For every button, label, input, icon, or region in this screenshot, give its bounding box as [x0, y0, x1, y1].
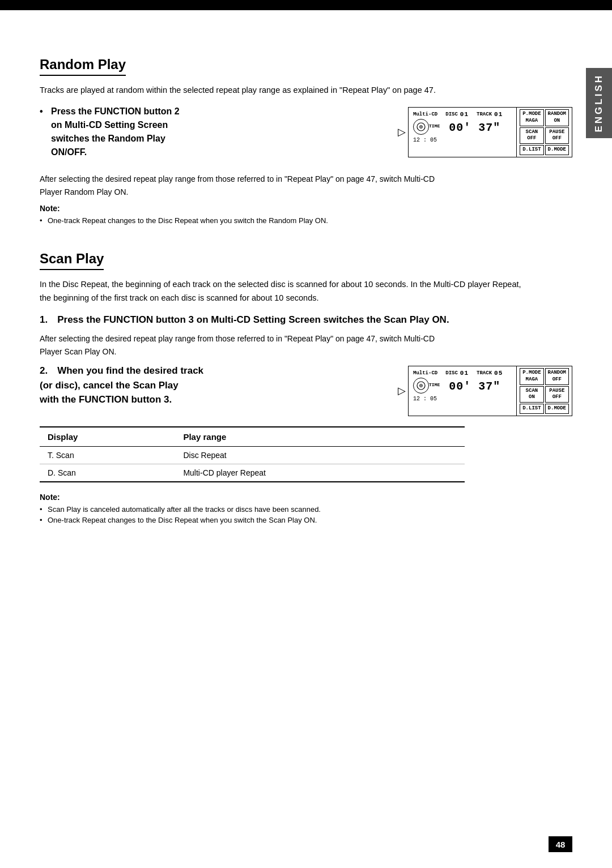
cd-display-2-right: P.MODEMAGA RANDOMOFF SCANON PAUSEOFF D.L…	[517, 366, 572, 415]
cd-clock-1: 12 : 05	[413, 137, 512, 143]
random-play-section: Random Play Tracks are played at random …	[40, 40, 572, 226]
cd-top-row-2: Multi-CD DISC01 TRACK05	[413, 370, 512, 377]
random-play-note: Note: One-track Repeat changes to the Di…	[40, 204, 436, 226]
random-play-note-item-1: One-track Repeat changes to the Disc Rep…	[40, 215, 436, 226]
right-cell-2-pmode: P.MODEMAGA	[520, 368, 543, 384]
table-cell-multicd-repeat: Multi-CD player Repeat	[175, 464, 465, 482]
right-cell-pmode-label: P.MODEMAGA	[520, 109, 543, 126]
scan-play-intro: In the Disc Repeat, the beginning of eac…	[40, 278, 527, 304]
table-header: Display Play range	[40, 427, 465, 447]
table-cell-tscan: T. Scan	[40, 446, 175, 464]
random-play-title: Random Play	[40, 57, 126, 76]
scan-play-step2-heading: 2. When you find the desired track (or d…	[40, 364, 289, 407]
scan-play-step1-sub: After selecting the desired repeat play …	[40, 332, 436, 358]
display1-wrap: ▷ Multi-CD DISC01 TRACK01	[398, 107, 572, 157]
page-container: ENGLISH Random Play Tracks are played at…	[0, 0, 612, 868]
right-grid-1: P.MODEMAGA RANDOMON SCANOFF PAUSEOFF D.L…	[520, 109, 569, 155]
right-cell-2-pause: PAUSEOFF	[545, 386, 569, 403]
cd-display-2-left: Multi-CD DISC01 TRACK05	[409, 366, 517, 415]
scan-play-note-item-2: One-track Repeat changes to the Disc Rep…	[40, 515, 436, 526]
cd-disc-icon-2	[416, 380, 426, 391]
right-grid-2: P.MODEMAGA RANDOMOFF SCANON PAUSEOFF D.L…	[520, 368, 569, 413]
top-bar	[0, 0, 612, 10]
content-area: Random Play Tracks are played at random …	[40, 40, 572, 526]
scan-play-table: Display Play range T. Scan Disc Repeat D…	[40, 426, 465, 482]
scan-play-step2-row: 2. When you find the desired track (or d…	[40, 364, 572, 416]
cd-display-2: Multi-CD DISC01 TRACK05	[408, 366, 572, 416]
right-cell-dmode: D.MODE	[545, 145, 569, 155]
random-play-intro: Tracks are played at random within the s…	[40, 84, 527, 97]
random-play-bullet-row: Press the FUNCTION button 2 on Multi-CD …	[40, 105, 572, 165]
scan-play-display: ▷ Multi-CD DISC01 TRACK05	[398, 366, 572, 416]
right-cell-pause-off: PAUSEOFF	[545, 127, 569, 144]
cd-time-display-2: TIME00' 37"	[429, 380, 500, 393]
random-play-display: ▷ Multi-CD DISC01 TRACK01	[398, 107, 572, 157]
scan-play-note-item-1: Scan Play is canceled automatically afte…	[40, 504, 436, 515]
cd-display-1-right: P.MODEMAGA RANDOMON SCANOFF PAUSEOFF D.L…	[517, 108, 572, 156]
random-play-bullet-left: Press the FUNCTION button 2 on Multi-CD …	[40, 105, 381, 165]
table-row: T. Scan Disc Repeat	[40, 446, 465, 464]
cd-top-row-1: Multi-CD DISC01 TRACK01	[413, 111, 512, 118]
display2-wrap: ▷ Multi-CD DISC01 TRACK05	[398, 366, 572, 416]
svg-point-5	[420, 385, 422, 386]
table-col1-header: Display	[40, 427, 175, 447]
page-number: 48	[549, 836, 572, 852]
right-cell-2-random: RANDOMOFF	[545, 368, 569, 384]
cd-time-row-1: TIME00' 37"	[413, 119, 512, 136]
right-cell-scan-off: SCANOFF	[520, 127, 543, 144]
scan-play-note-title: Note:	[40, 493, 436, 502]
cd-clock-2: 12 : 05	[413, 396, 512, 402]
svg-point-2	[420, 126, 422, 127]
scan-play-note: Note: Scan Play is canceled automaticall…	[40, 493, 436, 526]
random-play-bullet-heading: Press the FUNCTION button 2 on Multi-CD …	[40, 105, 323, 159]
table-row: D. Scan Multi-CD player Repeat	[40, 464, 465, 482]
cd-arrow-icon-2: ▷	[398, 384, 406, 397]
cd-disc-icon	[416, 122, 426, 132]
cd-arrow-icon: ▷	[398, 126, 406, 138]
table-header-row: Display Play range	[40, 427, 465, 447]
table-col2-header: Play range	[175, 427, 465, 447]
right-cell-dlist: D.LIST	[520, 145, 543, 155]
cd-time-display-1: TIME00' 37"	[429, 121, 500, 134]
side-label-text: ENGLISH	[593, 74, 605, 132]
cd-icon-circle-2	[413, 378, 429, 394]
scan-play-step1-heading: 1. Press the FUNCTION button 3 on Multi-…	[40, 313, 465, 327]
table-cell-dscan: D. Scan	[40, 464, 175, 482]
table-body: T. Scan Disc Repeat D. Scan Multi-CD pla…	[40, 446, 465, 482]
random-play-note-title: Note:	[40, 204, 436, 213]
cd-time-row-2: TIME00' 37"	[413, 378, 512, 395]
right-cell-2-dlist: D.LIST	[520, 404, 543, 414]
scan-play-title: Scan Play	[40, 251, 104, 270]
table-cell-disc-repeat: Disc Repeat	[175, 446, 465, 464]
cd-icon-circle	[413, 119, 429, 135]
right-cell-2-dmode: D.MODE	[545, 404, 569, 414]
cd-display-1: Multi-CD DISC01 TRACK01	[408, 107, 572, 157]
scan-play-section: Scan Play In the Disc Repeat, the beginn…	[40, 234, 572, 525]
right-cell-random-on: RANDOMON	[545, 109, 569, 126]
scan-play-step2-left: 2. When you find the desired track (or d…	[40, 364, 381, 413]
random-play-sub: After selecting the desired repeat play …	[40, 173, 436, 198]
right-cell-2-scan: SCANON	[520, 386, 543, 403]
side-label: ENGLISH	[586, 68, 612, 138]
cd-display-1-left: Multi-CD DISC01 TRACK01	[409, 108, 517, 156]
